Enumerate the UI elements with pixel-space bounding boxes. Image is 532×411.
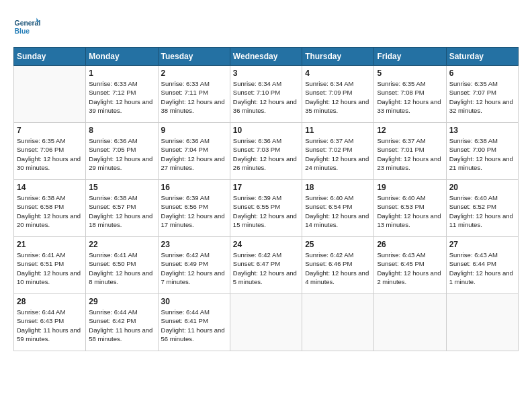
calendar-cell	[230, 294, 302, 351]
day-number: 26	[377, 240, 443, 249]
page-header: General Blue	[13, 13, 519, 40]
day-number: 5	[377, 68, 443, 78]
day-number: 30	[161, 297, 227, 306]
day-info: Sunrise: 6:38 AMSunset: 7:00 PMDaylight:…	[449, 136, 515, 172]
day-number: 16	[161, 183, 227, 192]
day-info: Sunrise: 6:38 AMSunset: 6:58 PMDaylight:…	[17, 193, 83, 229]
day-info: Sunrise: 6:41 AMSunset: 6:51 PMDaylight:…	[17, 250, 83, 286]
calendar-week-3: 14Sunrise: 6:38 AMSunset: 6:58 PMDayligh…	[14, 180, 519, 237]
day-info: Sunrise: 6:44 AMSunset: 6:41 PMDaylight:…	[161, 308, 227, 343]
calendar-cell	[14, 66, 86, 123]
day-number: 19	[377, 183, 443, 192]
calendar-cell: 25Sunrise: 6:42 AMSunset: 6:46 PMDayligh…	[302, 237, 374, 294]
logo-icon: General Blue	[13, 13, 40, 40]
day-info: Sunrise: 6:37 AMSunset: 7:01 PMDaylight:…	[377, 136, 443, 172]
svg-text:Blue: Blue	[15, 28, 30, 35]
calendar-cell: 29Sunrise: 6:44 AMSunset: 6:42 PMDayligh…	[86, 294, 158, 351]
day-info: Sunrise: 6:33 AMSunset: 7:12 PMDaylight:…	[89, 79, 154, 115]
svg-text:General: General	[15, 19, 40, 27]
day-number: 2	[161, 68, 227, 78]
calendar-week-1: 1Sunrise: 6:33 AMSunset: 7:12 PMDaylight…	[14, 66, 519, 123]
calendar-cell: 5Sunrise: 6:35 AMSunset: 7:08 PMDaylight…	[374, 66, 446, 123]
calendar-cell: 28Sunrise: 6:44 AMSunset: 6:43 PMDayligh…	[14, 294, 86, 351]
day-info: Sunrise: 6:34 AMSunset: 7:09 PMDaylight:…	[305, 79, 371, 115]
day-info: Sunrise: 6:42 AMSunset: 6:47 PMDaylight:…	[233, 250, 299, 286]
calendar-week-2: 7Sunrise: 6:35 AMSunset: 7:06 PMDaylight…	[14, 123, 519, 180]
day-number: 1	[89, 68, 154, 78]
calendar-cell: 4Sunrise: 6:34 AMSunset: 7:09 PMDaylight…	[302, 66, 374, 123]
calendar-cell: 12Sunrise: 6:37 AMSunset: 7:01 PMDayligh…	[374, 123, 446, 180]
day-info: Sunrise: 6:33 AMSunset: 7:11 PMDaylight:…	[161, 79, 227, 115]
day-info: Sunrise: 6:38 AMSunset: 6:57 PMDaylight:…	[89, 193, 154, 229]
calendar-cell	[374, 294, 446, 351]
calendar-cell: 21Sunrise: 6:41 AMSunset: 6:51 PMDayligh…	[14, 237, 86, 294]
day-number: 4	[305, 68, 371, 78]
calendar-cell: 18Sunrise: 6:40 AMSunset: 6:54 PMDayligh…	[302, 180, 374, 237]
day-info: Sunrise: 6:39 AMSunset: 6:55 PMDaylight:…	[233, 193, 299, 229]
day-info: Sunrise: 6:36 AMSunset: 7:05 PMDaylight:…	[89, 136, 154, 172]
calendar-cell: 20Sunrise: 6:40 AMSunset: 6:52 PMDayligh…	[446, 180, 518, 237]
calendar-cell: 6Sunrise: 6:35 AMSunset: 7:07 PMDaylight…	[446, 66, 518, 123]
day-number: 27	[449, 240, 515, 249]
day-info: Sunrise: 6:43 AMSunset: 6:45 PMDaylight:…	[377, 250, 443, 286]
day-info: Sunrise: 6:35 AMSunset: 7:06 PMDaylight:…	[17, 136, 83, 172]
calendar-cell: 23Sunrise: 6:42 AMSunset: 6:49 PMDayligh…	[158, 237, 230, 294]
day-number: 25	[305, 240, 371, 249]
day-number: 29	[89, 297, 154, 306]
calendar-cell: 19Sunrise: 6:40 AMSunset: 6:53 PMDayligh…	[374, 180, 446, 237]
day-headers-row: SundayMondayTuesdayWednesdayThursdayFrid…	[14, 48, 519, 66]
calendar-cell: 27Sunrise: 6:43 AMSunset: 6:44 PMDayligh…	[446, 237, 518, 294]
calendar-cell	[446, 294, 518, 351]
calendar-cell	[302, 294, 374, 351]
day-info: Sunrise: 6:36 AMSunset: 7:04 PMDaylight:…	[161, 136, 227, 172]
day-header-monday: Monday	[86, 48, 158, 66]
calendar-cell: 15Sunrise: 6:38 AMSunset: 6:57 PMDayligh…	[86, 180, 158, 237]
day-number: 12	[377, 126, 443, 135]
day-info: Sunrise: 6:39 AMSunset: 6:56 PMDaylight:…	[161, 193, 227, 229]
day-header-wednesday: Wednesday	[230, 48, 302, 66]
day-number: 24	[233, 240, 299, 249]
day-info: Sunrise: 6:40 AMSunset: 6:53 PMDaylight:…	[377, 193, 443, 229]
calendar-cell: 10Sunrise: 6:36 AMSunset: 7:03 PMDayligh…	[230, 123, 302, 180]
day-info: Sunrise: 6:41 AMSunset: 6:50 PMDaylight:…	[89, 250, 154, 286]
calendar-week-5: 28Sunrise: 6:44 AMSunset: 6:43 PMDayligh…	[14, 294, 519, 351]
calendar-cell: 8Sunrise: 6:36 AMSunset: 7:05 PMDaylight…	[86, 123, 158, 180]
calendar-cell: 22Sunrise: 6:41 AMSunset: 6:50 PMDayligh…	[86, 237, 158, 294]
day-number: 13	[449, 126, 515, 135]
calendar-cell: 3Sunrise: 6:34 AMSunset: 7:10 PMDaylight…	[230, 66, 302, 123]
calendar-cell: 2Sunrise: 6:33 AMSunset: 7:11 PMDaylight…	[158, 66, 230, 123]
logo: General Blue	[13, 13, 43, 40]
day-number: 22	[89, 240, 154, 249]
day-header-thursday: Thursday	[302, 48, 374, 66]
calendar-cell: 17Sunrise: 6:39 AMSunset: 6:55 PMDayligh…	[230, 180, 302, 237]
day-info: Sunrise: 6:34 AMSunset: 7:10 PMDaylight:…	[233, 79, 299, 115]
day-number: 17	[233, 183, 299, 192]
calendar-cell: 14Sunrise: 6:38 AMSunset: 6:58 PMDayligh…	[14, 180, 86, 237]
calendar-cell: 13Sunrise: 6:38 AMSunset: 7:00 PMDayligh…	[446, 123, 518, 180]
day-number: 14	[17, 183, 83, 192]
day-info: Sunrise: 6:44 AMSunset: 6:42 PMDaylight:…	[89, 308, 154, 343]
day-number: 7	[17, 126, 83, 135]
day-header-saturday: Saturday	[446, 48, 518, 66]
day-info: Sunrise: 6:40 AMSunset: 6:52 PMDaylight:…	[449, 193, 515, 229]
day-number: 6	[449, 68, 515, 78]
day-number: 18	[305, 183, 371, 192]
calendar-table: SundayMondayTuesdayWednesdayThursdayFrid…	[13, 47, 519, 351]
day-number: 15	[89, 183, 154, 192]
day-info: Sunrise: 6:44 AMSunset: 6:43 PMDaylight:…	[17, 308, 83, 343]
calendar-cell: 11Sunrise: 6:37 AMSunset: 7:02 PMDayligh…	[302, 123, 374, 180]
calendar-cell: 1Sunrise: 6:33 AMSunset: 7:12 PMDaylight…	[86, 66, 158, 123]
day-info: Sunrise: 6:40 AMSunset: 6:54 PMDaylight:…	[305, 193, 371, 229]
calendar-cell: 9Sunrise: 6:36 AMSunset: 7:04 PMDaylight…	[158, 123, 230, 180]
day-number: 3	[233, 68, 299, 78]
calendar-cell: 26Sunrise: 6:43 AMSunset: 6:45 PMDayligh…	[374, 237, 446, 294]
day-number: 9	[161, 126, 227, 135]
day-number: 8	[89, 126, 154, 135]
day-header-friday: Friday	[374, 48, 446, 66]
day-info: Sunrise: 6:37 AMSunset: 7:02 PMDaylight:…	[305, 136, 371, 172]
day-info: Sunrise: 6:35 AMSunset: 7:07 PMDaylight:…	[449, 79, 515, 115]
day-info: Sunrise: 6:36 AMSunset: 7:03 PMDaylight:…	[233, 136, 299, 172]
day-number: 10	[233, 126, 299, 135]
calendar-cell: 16Sunrise: 6:39 AMSunset: 6:56 PMDayligh…	[158, 180, 230, 237]
calendar-week-4: 21Sunrise: 6:41 AMSunset: 6:51 PMDayligh…	[14, 237, 519, 294]
